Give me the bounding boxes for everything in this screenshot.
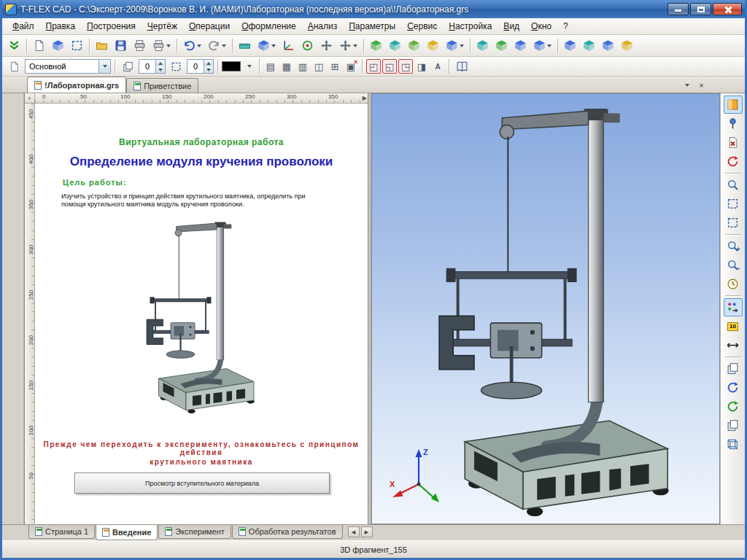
page-tabs-scroll-right-button[interactable]: ▶: [361, 526, 373, 537]
ruler-scroll-right-button[interactable]: ▶: [363, 95, 367, 101]
render-options-cube-button[interactable]: [443, 37, 467, 55]
document-page[interactable]: Виртуальная лабораторная работа Определе…: [35, 104, 368, 524]
spin-down-button[interactable]: [156, 66, 165, 73]
camera-cube-button[interactable]: [599, 37, 617, 55]
hatch-style-button[interactable]: ▤: [263, 59, 278, 74]
measure-distance-button[interactable]: [724, 336, 743, 354]
zoom-in-button[interactable]: +: [724, 237, 743, 255]
current-color-swatch[interactable]: [222, 61, 241, 71]
assembly-cube-button[interactable]: [492, 37, 511, 55]
zoom-out-button[interactable]: −: [724, 256, 743, 274]
priority-spinner[interactable]: 0: [187, 59, 214, 74]
filter-solid-red-button[interactable]: ◱: [382, 59, 397, 74]
close-button[interactable]: [713, 3, 742, 15]
menu-view[interactable]: Вид: [498, 19, 525, 34]
3d-viewport[interactable]: Z X: [371, 93, 720, 524]
material-cube-button[interactable]: [424, 37, 442, 55]
new-drawing-button[interactable]: [30, 37, 48, 55]
menu-analysis[interactable]: Анализ: [302, 19, 344, 34]
update-model-button[interactable]: [724, 378, 743, 397]
reference-book-button[interactable]: [453, 58, 471, 75]
transform-array-button[interactable]: [336, 37, 360, 55]
document-tab-laboratornaya[interactable]: !Лабораторная.grs: [27, 77, 126, 93]
menu-window[interactable]: Окно: [525, 19, 557, 34]
model-viewer-button[interactable]: [255, 37, 279, 55]
regenerate-red-button[interactable]: [724, 152, 743, 171]
spin-down-button[interactable]: [204, 66, 213, 73]
open-file-button[interactable]: [93, 37, 111, 55]
menu-parameters[interactable]: Параметры: [343, 19, 401, 34]
page-tab-eksperiment[interactable]: Эксперимент: [158, 525, 231, 539]
filter-box-red-button[interactable]: ◰: [366, 59, 381, 74]
filter-window-button[interactable]: ◫: [311, 59, 326, 74]
menu-service[interactable]: Сервис: [401, 19, 443, 34]
measure-button[interactable]: [236, 37, 254, 55]
pages-list-button[interactable]: [724, 359, 743, 378]
color-dropdown-button[interactable]: [242, 58, 255, 75]
page-tab-obrabotka[interactable]: Обработка результатов: [232, 525, 343, 539]
open-document-quick-button[interactable]: [5, 37, 23, 55]
menu-formatting[interactable]: Оформление: [236, 19, 302, 34]
analysis-cube-button[interactable]: [580, 37, 598, 55]
page-tab-stranitsa1[interactable]: Страница 1: [28, 525, 95, 539]
filter-grid-button[interactable]: ▦: [279, 59, 294, 74]
filter-mini-a-button[interactable]: A: [430, 59, 445, 74]
export-cube-button[interactable]: [530, 37, 554, 55]
menu-constructions[interactable]: Построения: [81, 19, 142, 34]
redo-button[interactable]: [205, 37, 229, 55]
spin-up-button[interactable]: [204, 60, 213, 66]
new-3d-model-button[interactable]: [49, 37, 67, 55]
layer-spinner[interactable]: 0: [139, 59, 166, 74]
intro-material-button[interactable]: Просмотр вступительного материала: [74, 472, 330, 494]
copy-pages-button[interactable]: [724, 416, 743, 435]
menu-help[interactable]: ?: [557, 19, 574, 34]
zoom-selection-button[interactable]: [724, 214, 743, 232]
page-tab-vvedenie[interactable]: Введение: [96, 525, 158, 540]
check-model-button[interactable]: [298, 37, 317, 55]
section-cube-button[interactable]: [473, 37, 492, 55]
print-button[interactable]: [131, 37, 149, 55]
minimize-button[interactable]: [667, 3, 689, 15]
move-copy-button[interactable]: [317, 37, 336, 55]
fragment-cube-button[interactable]: [511, 37, 530, 55]
shaded-cube-button[interactable]: [405, 37, 423, 55]
filter-table-button[interactable]: ▣×: [344, 59, 358, 74]
filter-shade-button[interactable]: ◨: [414, 59, 429, 74]
redraw-button[interactable]: [724, 397, 743, 416]
document-status-icon[interactable]: [5, 58, 23, 75]
auto-hide-panel-button[interactable]: [724, 96, 743, 114]
combo-dropdown-button[interactable]: [98, 60, 110, 73]
save-button[interactable]: [112, 37, 130, 55]
undo-button[interactable]: [180, 37, 204, 55]
workplane-cube-button[interactable]: [367, 37, 385, 55]
print-preview-button[interactable]: [150, 37, 174, 55]
light-cube-button[interactable]: [618, 37, 636, 55]
tab-list-dropdown-button[interactable]: [681, 79, 692, 90]
previous-view-button[interactable]: [724, 275, 743, 293]
filter-split-red-button[interactable]: ◳: [398, 59, 413, 74]
apparatus-3d-model[interactable]: [420, 97, 705, 516]
maximize-button[interactable]: [690, 3, 711, 15]
menu-edit[interactable]: Правка: [40, 19, 82, 34]
ruler-origin-button[interactable]: +: [25, 93, 35, 104]
scene-cube-button[interactable]: [561, 37, 579, 55]
zoom-window-button[interactable]: [724, 176, 743, 194]
menu-settings[interactable]: Настройка: [443, 19, 498, 34]
close-document-red-button[interactable]: [724, 133, 743, 152]
menu-file[interactable]: Файл: [7, 19, 40, 34]
filter-columns-button[interactable]: ▥: [295, 59, 310, 74]
title-bar[interactable]: T-FLEX CAD - C:\Эксперт-2009\Воронков В.…: [2, 0, 745, 18]
coordinate-axes-button[interactable]: [279, 37, 298, 55]
new-from-prototype-button[interactable]: [68, 37, 86, 55]
pushpin-button[interactable]: [724, 114, 743, 133]
filter-cells-button[interactable]: ⊞: [328, 59, 342, 74]
page-tabs-scroll-left-button[interactable]: ◀: [348, 526, 360, 537]
rotate-3d-cube-button[interactable]: [386, 37, 404, 55]
close-document-button[interactable]: ×: [696, 79, 707, 90]
zoom-extents-button[interactable]: [724, 195, 743, 213]
wireframe-cube-button[interactable]: [724, 435, 743, 454]
menu-drawing[interactable]: Чертёж: [142, 19, 183, 34]
dimensions-toggle-button[interactable]: 10: [724, 317, 743, 335]
display-modes-button[interactable]: [724, 298, 743, 316]
document-tab-privetstvie[interactable]: Приветствие: [126, 78, 198, 93]
